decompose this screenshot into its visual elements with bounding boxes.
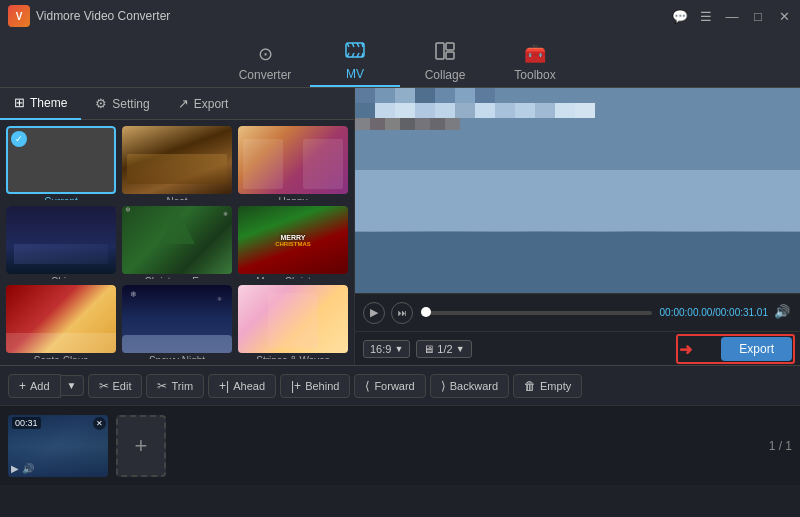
empty-icon: 🗑 (524, 379, 536, 393)
forward-icon: ⟨ (365, 379, 370, 393)
tab-mv[interactable]: MV (310, 37, 400, 87)
res-dropdown-icon: ▼ (456, 344, 465, 354)
backward-icon: ⟩ (441, 379, 446, 393)
backward-button[interactable]: ⟩ Backward (430, 374, 509, 398)
theme-current-label: Current (6, 196, 116, 200)
film-close-button[interactable]: ✕ (93, 417, 106, 430)
subtab-setting[interactable]: ⚙ Setting (81, 88, 163, 120)
svg-rect-9 (395, 88, 415, 103)
export-arrow-icon: ↗ (178, 96, 189, 111)
progress-bar[interactable] (421, 311, 652, 315)
svg-rect-12 (455, 88, 475, 103)
svg-rect-17 (415, 103, 435, 118)
theme-current[interactable]: ✓ Current (6, 126, 116, 200)
theme-christmas-eve-label: Christmas Eve (122, 276, 232, 280)
left-panel: ⊞ Theme ⚙ Setting ↗ Export ✓ Current (0, 88, 355, 365)
theme-snowy-night[interactable]: ❄ ❄ Snowy Night (122, 285, 232, 359)
export-button-wrap: ➜ Export (721, 337, 792, 361)
setting-gear-icon: ⚙ (95, 96, 107, 111)
svg-rect-2 (446, 43, 454, 50)
edit-icon: ✂ (99, 379, 109, 393)
behind-button[interactable]: |+ Behind (280, 374, 350, 398)
theme-happy-label: Happy (238, 196, 348, 200)
theme-happy[interactable]: Happy (238, 126, 348, 200)
resolution-value: 1/2 (437, 343, 452, 355)
theme-merry-christmas[interactable]: MERRY CHRISTMAS Merry Christmas (238, 206, 348, 280)
export-sub-label: Export (194, 97, 229, 111)
toolbox-label: Toolbox (514, 68, 555, 82)
theme-santa-claus[interactable]: Santa Claus (6, 285, 116, 359)
monitor-icon: 🖥 (423, 343, 434, 355)
minimize-button[interactable]: — (724, 8, 740, 24)
svg-rect-31 (430, 118, 445, 130)
export-button[interactable]: Export (721, 337, 792, 361)
theme-chic[interactable]: Chic (6, 206, 116, 280)
svg-rect-15 (375, 103, 395, 118)
add-dropdown[interactable]: ▼ (61, 375, 84, 396)
theme-stripes-waves[interactable]: Stripes & Waves (238, 285, 348, 359)
add-button-group: + Add ▼ (8, 374, 84, 398)
svg-rect-24 (555, 103, 575, 118)
theme-neat[interactable]: Neat (122, 126, 232, 200)
theme-stripes-label: Stripes & Waves (238, 355, 348, 359)
mv-icon (345, 41, 365, 64)
svg-rect-1 (436, 43, 444, 59)
tab-collage[interactable]: Collage (400, 37, 490, 87)
empty-button[interactable]: 🗑 Empty (513, 374, 582, 398)
svg-rect-3 (446, 52, 454, 59)
svg-rect-21 (495, 103, 515, 118)
close-button[interactable]: ✕ (776, 8, 792, 24)
forward-label: Forward (374, 380, 414, 392)
collage-label: Collage (425, 68, 466, 82)
tab-converter[interactable]: ⊙ Converter (220, 37, 310, 87)
svg-rect-23 (535, 103, 555, 118)
subtab-theme[interactable]: ⊞ Theme (0, 88, 81, 120)
tab-toolbox[interactable]: 🧰 Toolbox (490, 37, 580, 87)
volume-button[interactable]: 🔊 (774, 304, 792, 322)
svg-rect-13 (475, 88, 495, 103)
ahead-label: Ahead (233, 380, 265, 392)
messages-button[interactable]: 💬 (672, 8, 688, 24)
resolution-select[interactable]: 🖥 1/2 ▼ (416, 340, 471, 358)
svg-rect-29 (400, 118, 415, 130)
export-left: 16:9 ▼ 🖥 1/2 ▼ (363, 340, 472, 358)
title-bar: V Vidmore Video Converter 💬 ☰ — □ ✕ (0, 0, 800, 32)
svg-rect-7 (355, 88, 375, 103)
main-area: ⊞ Theme ⚙ Setting ↗ Export ✓ Current (0, 88, 800, 365)
behind-label: Behind (305, 380, 339, 392)
add-button[interactable]: + Add (8, 374, 61, 398)
title-left: V Vidmore Video Converter (8, 5, 170, 27)
theme-merry-christmas-label: Merry Christmas (238, 276, 348, 280)
add-label: Add (30, 380, 50, 392)
theme-chic-label: Chic (6, 276, 116, 280)
film-audio-icon: 🔊 (22, 463, 34, 474)
add-clip-button[interactable]: + (116, 415, 166, 477)
svg-rect-6 (355, 232, 800, 294)
theme-snowy-label: Snowy Night (122, 355, 232, 359)
controls-bar: ▶ ⏭ 00:00:00.00/00:00:31.01 🔊 (355, 293, 800, 331)
aspect-ratio-select[interactable]: 16:9 ▼ (363, 340, 410, 358)
app-logo: V (8, 5, 30, 27)
add-icon: + (19, 379, 26, 393)
skip-button[interactable]: ⏭ (391, 302, 413, 324)
subtab-export[interactable]: ↗ Export (164, 88, 243, 120)
converter-label: Converter (239, 68, 292, 82)
progress-handle[interactable] (421, 307, 431, 317)
menu-button[interactable]: ☰ (698, 8, 714, 24)
forward-button[interactable]: ⟨ Forward (354, 374, 425, 398)
collage-icon (435, 42, 455, 65)
maximize-button[interactable]: □ (750, 8, 766, 24)
edit-button[interactable]: ✂ Edit (88, 374, 143, 398)
svg-rect-8 (375, 88, 395, 103)
trim-button[interactable]: ✂ Trim (146, 374, 204, 398)
export-controls-bar: 16:9 ▼ 🖥 1/2 ▼ ➜ Export (355, 331, 800, 365)
svg-rect-20 (475, 103, 495, 118)
film-clip[interactable]: 00:31 ▶ 🔊 ✕ (8, 415, 108, 477)
svg-rect-32 (445, 118, 460, 130)
svg-rect-26 (355, 118, 370, 130)
play-button[interactable]: ▶ (363, 302, 385, 324)
ahead-button[interactable]: +| Ahead (208, 374, 276, 398)
svg-rect-10 (415, 88, 435, 103)
theme-christmas-eve[interactable]: ❄ ❄ Christmas Eve (122, 206, 232, 280)
sub-tabs: ⊞ Theme ⚙ Setting ↗ Export (0, 88, 354, 120)
